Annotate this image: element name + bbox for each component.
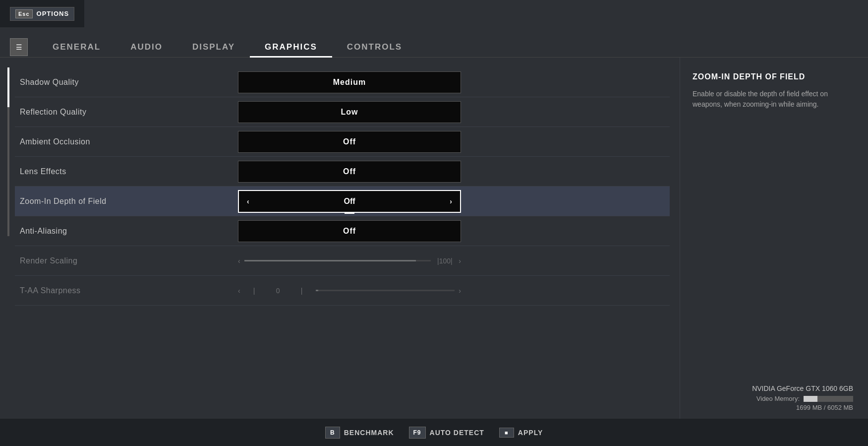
vram-label: Video Memory:: [752, 395, 853, 402]
lens-effects-button[interactable]: Off: [238, 161, 461, 183]
anti-aliasing-label: Anti-Aliasing: [20, 227, 238, 236]
setting-row-anti-aliasing: Anti-Aliasing Off: [15, 216, 670, 246]
setting-row-shadow-quality: Shadow Quality Medium: [15, 67, 670, 97]
tab-controls[interactable]: CONTROLS: [332, 37, 417, 57]
tab-navigation: ☰ GENERAL AUDIO DISPLAY GRAPHICS CONTROL…: [0, 27, 868, 58]
setting-row-ambient-occlusion: Ambient Occlusion Off: [15, 127, 670, 157]
setting-row-zoom-in-dof: Zoom-In Depth of Field ‹ Off ›: [15, 187, 670, 216]
nav-icon: ☰: [10, 38, 28, 56]
gpu-name: NVIDIA GeForce GTX 1060 6GB: [752, 384, 853, 392]
tab-general[interactable]: GENERAL: [38, 37, 116, 57]
tab-graphics[interactable]: GRAPHICS: [250, 37, 332, 57]
options-title: OPTIONS: [37, 10, 69, 17]
render-scaling-value: |100|: [435, 257, 455, 265]
top-bar: Esc OPTIONS: [0, 0, 84, 27]
t-aa-sharpness-label: T-AA Sharpness: [20, 286, 238, 295]
reflection-quality-control: Low: [238, 101, 665, 123]
info-panel: ZOOM-IN DEPTH OF FIELD Enable or disable…: [680, 58, 868, 446]
selector-left-arrow[interactable]: ‹: [239, 191, 257, 211]
t-aa-sharpness-value-bar: |: [292, 287, 312, 295]
anti-aliasing-control: Off: [238, 220, 665, 242]
zoom-in-dof-label: Zoom-In Depth of Field: [20, 197, 238, 206]
gpu-info: NVIDIA GeForce GTX 1060 6GB Video Memory…: [752, 384, 853, 411]
setting-row-t-aa-sharpness: T-AA Sharpness ‹ | 0 | ›: [15, 276, 670, 306]
lens-effects-control: Off: [238, 161, 665, 183]
ambient-occlusion-control: Off: [238, 131, 665, 153]
vram-bar: [804, 396, 853, 402]
benchmark-label: BENCHMARK: [344, 429, 394, 437]
selector-indicator: [345, 212, 354, 214]
selector-right-arrow[interactable]: ›: [442, 191, 460, 211]
setting-row-lens-effects: Lens Effects Off: [15, 157, 670, 187]
lens-effects-label: Lens Effects: [20, 167, 238, 176]
t-aa-right-arrow[interactable]: ›: [459, 287, 461, 295]
scrollbar[interactable]: [7, 67, 9, 236]
t-aa-sharpness-slider[interactable]: ‹ | 0 | ›: [238, 287, 461, 295]
nav-icon-symbol: ☰: [16, 43, 22, 51]
t-aa-sharpness-value-left: |: [244, 287, 264, 295]
render-scaling-label: Render Scaling: [20, 256, 238, 265]
ambient-occlusion-label: Ambient Occlusion: [20, 137, 238, 146]
zoom-in-dof-value: Off: [257, 191, 442, 212]
zoom-in-dof-selector[interactable]: ‹ Off ›: [238, 190, 461, 213]
info-title: ZOOM-IN DEPTH OF FIELD: [693, 72, 856, 81]
shadow-quality-button[interactable]: Medium: [238, 71, 461, 93]
main-container: ☰ GENERAL AUDIO DISPLAY GRAPHICS CONTROL…: [0, 27, 868, 446]
info-description: Enable or disable the depth of field eff…: [693, 89, 856, 110]
zoom-in-dof-control: ‹ Off ›: [238, 190, 665, 213]
render-scaling-left-arrow[interactable]: ‹: [238, 257, 240, 265]
render-scaling-right-arrow[interactable]: ›: [459, 257, 461, 265]
ambient-occlusion-button[interactable]: Off: [238, 131, 461, 153]
apply-key: ■: [499, 428, 514, 438]
content-area: Shadow Quality Medium Reflection Quality…: [0, 58, 868, 446]
t-aa-sharpness-control: ‹ | 0 | ›: [238, 287, 665, 295]
t-aa-left-arrow[interactable]: ‹: [238, 287, 240, 295]
tab-audio[interactable]: AUDIO: [116, 37, 177, 57]
settings-panel: Shadow Quality Medium Reflection Quality…: [0, 58, 680, 446]
reflection-quality-button[interactable]: Low: [238, 101, 461, 123]
reflection-quality-label: Reflection Quality: [20, 108, 238, 117]
t-aa-sharpness-track: [316, 290, 455, 291]
setting-row-render-scaling: Render Scaling ‹ |100| ›: [15, 246, 670, 276]
apply-label: APPLY: [518, 429, 543, 437]
auto-detect-label: AUTO DETECT: [430, 429, 484, 437]
vram-numbers: 1699 MB / 6052 MB: [752, 404, 853, 411]
auto-detect-key: F9: [409, 427, 426, 439]
t-aa-sharpness-fill: [316, 290, 319, 291]
esc-button[interactable]: Esc OPTIONS: [10, 7, 74, 21]
anti-aliasing-button[interactable]: Off: [238, 220, 461, 242]
esc-key-label: Esc: [15, 9, 33, 18]
benchmark-button[interactable]: B BENCHMARK: [325, 427, 394, 439]
vram-bar-fill: [804, 396, 817, 402]
shadow-quality-control: Medium: [238, 71, 665, 93]
render-scaling-fill: [244, 260, 416, 261]
action-bar: B BENCHMARK F9 AUTO DETECT ■ APPLY: [0, 419, 868, 446]
apply-button[interactable]: ■ APPLY: [499, 428, 543, 438]
render-scaling-track: [244, 260, 431, 261]
vram-label-text: Video Memory:: [756, 395, 800, 402]
scrollbar-thumb: [7, 67, 9, 107]
auto-detect-button[interactable]: F9 AUTO DETECT: [409, 427, 484, 439]
render-scaling-slider[interactable]: ‹ |100| ›: [238, 257, 461, 265]
render-scaling-control: ‹ |100| ›: [238, 257, 665, 265]
t-aa-sharpness-value: 0: [268, 287, 288, 295]
tab-display[interactable]: DISPLAY: [177, 37, 250, 57]
setting-row-reflection-quality: Reflection Quality Low: [15, 97, 670, 127]
shadow-quality-label: Shadow Quality: [20, 78, 238, 87]
benchmark-key: B: [325, 427, 340, 439]
